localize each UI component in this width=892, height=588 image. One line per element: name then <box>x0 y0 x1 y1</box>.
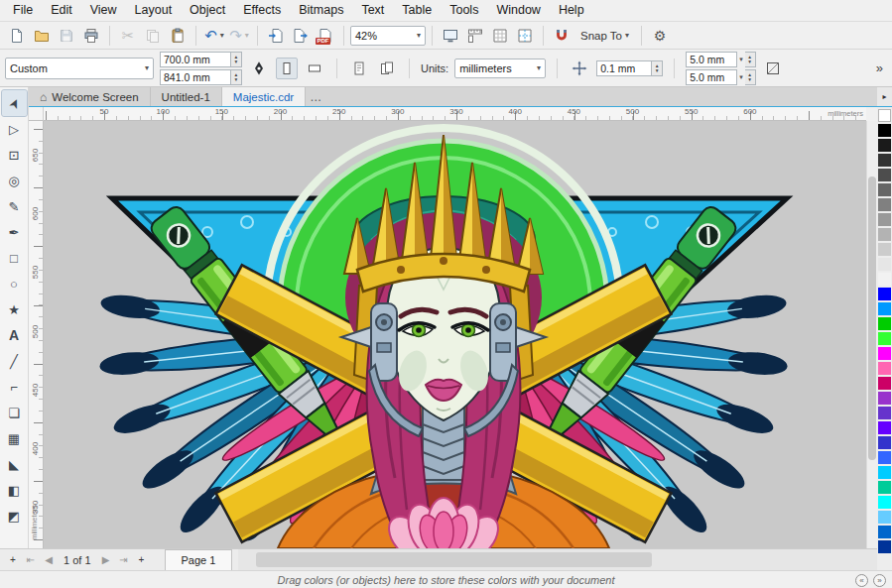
nudge-field[interactable]: 0.1 mm <box>596 60 652 76</box>
ellipse-tool[interactable]: ○ <box>2 271 27 296</box>
color-swatch[interactable] <box>878 407 891 419</box>
color-swatch[interactable] <box>878 421 891 434</box>
menu-bitmaps[interactable]: Bitmaps <box>290 0 352 21</box>
copy-button[interactable] <box>141 24 165 48</box>
color-swatch[interactable] <box>878 302 891 315</box>
page-tab[interactable]: Page 1 <box>165 549 233 570</box>
duplicate-x-spinner[interactable]: ▴▾ <box>745 52 756 67</box>
shape-tool[interactable]: ▷ <box>2 116 27 142</box>
paste-button[interactable] <box>166 24 190 48</box>
menu-file[interactable]: File <box>4 0 42 21</box>
color-swatch[interactable] <box>878 481 891 494</box>
open-button[interactable] <box>30 24 54 48</box>
color-swatch[interactable] <box>878 511 891 524</box>
zoom-level-select[interactable]: 42%▾ <box>350 26 426 46</box>
menu-window[interactable]: Window <box>487 0 549 21</box>
color-swatch[interactable] <box>878 392 891 405</box>
page-preset-select[interactable]: Custom▾ <box>5 58 154 79</box>
horizontal-scrollbar-thumb[interactable] <box>256 552 652 567</box>
pick-tool[interactable]: ➤ <box>2 90 27 116</box>
menu-object[interactable]: Object <box>181 0 234 21</box>
show-guidelines-button[interactable] <box>513 24 537 48</box>
portrait-button[interactable] <box>276 58 298 79</box>
color-swatch[interactable] <box>878 139 891 152</box>
color-swatch[interactable] <box>878 183 891 196</box>
transparency-tool[interactable]: ▦ <box>2 425 27 451</box>
duplicate-y-spinner[interactable]: ▴▾ <box>745 69 756 85</box>
color-swatch[interactable] <box>878 436 891 449</box>
nudge-spinner[interactable]: ▴▾ <box>652 60 663 76</box>
first-page-button[interactable]: ⇤ <box>22 551 40 569</box>
color-swatch[interactable] <box>878 273 891 286</box>
artwork[interactable] <box>44 121 866 548</box>
interactive-fill-tool[interactable]: ◧ <box>2 477 27 503</box>
treat-as-filled-button[interactable] <box>762 58 784 79</box>
color-swatch[interactable] <box>878 540 891 553</box>
color-swatch[interactable] <box>878 109 891 122</box>
tab-overflow-button[interactable]: … <box>306 87 325 106</box>
color-swatch[interactable] <box>878 317 891 330</box>
full-screen-preview-button[interactable] <box>439 24 462 48</box>
last-page-button[interactable]: ⇥ <box>115 551 133 569</box>
options-button[interactable]: ⚙ <box>648 24 672 48</box>
text-tool[interactable]: A <box>2 322 27 348</box>
show-grid-button[interactable] <box>488 24 512 48</box>
publish-pdf-button[interactable]: PDF <box>314 24 337 48</box>
units-select[interactable]: millimeters▾ <box>454 59 546 78</box>
export-button[interactable] <box>289 24 313 48</box>
color-swatch[interactable] <box>878 228 891 241</box>
color-swatch[interactable] <box>878 288 891 300</box>
menu-tools[interactable]: Tools <box>441 0 487 21</box>
page-height-field[interactable]: 841.0 mm <box>160 69 231 85</box>
color-swatch[interactable] <box>878 466 891 479</box>
menu-layout[interactable]: Layout <box>126 0 182 21</box>
menu-table[interactable]: Table <box>393 0 441 21</box>
page-height-spinner[interactable]: ▴▾ <box>231 69 242 85</box>
add-page-after-button[interactable]: + <box>133 551 151 569</box>
color-swatch[interactable] <box>878 213 891 226</box>
current-page-button[interactable] <box>348 58 370 79</box>
tab-untitled-1[interactable]: Untitled-1 <box>151 87 222 106</box>
color-swatch[interactable] <box>878 362 891 375</box>
color-swatch[interactable] <box>878 198 891 211</box>
property-bar-overflow-button[interactable]: » <box>876 60 887 75</box>
color-swatch[interactable] <box>878 496 891 509</box>
vertical-scrollbar-thumb[interactable] <box>868 176 876 460</box>
artistic-media-tool[interactable]: ✒ <box>2 219 27 245</box>
add-page-button[interactable]: + <box>4 551 22 569</box>
print-button[interactable] <box>79 24 103 48</box>
color-swatch[interactable] <box>878 526 891 538</box>
import-button[interactable] <box>264 24 288 48</box>
polygon-tool[interactable]: ★ <box>2 296 27 322</box>
new-document-button[interactable] <box>5 24 29 48</box>
color-swatch[interactable] <box>878 377 891 390</box>
all-pages-button[interactable] <box>376 58 398 79</box>
next-page-button[interactable]: ▶ <box>97 551 115 569</box>
palette-scroll-right-icon[interactable]: » <box>873 574 886 587</box>
color-swatch[interactable] <box>878 169 891 181</box>
smart-fill-tool[interactable]: ◩ <box>2 503 27 529</box>
menu-edit[interactable]: Edit <box>42 0 81 21</box>
undo-button[interactable]: ↶▾ <box>202 24 226 48</box>
horizontal-scrollbar[interactable] <box>238 549 877 570</box>
menu-view[interactable]: View <box>81 0 126 21</box>
horizontal-ruler[interactable]: millimeters50100150200250300350400450500… <box>44 107 866 121</box>
chevron-down-icon[interactable]: ▾ <box>739 56 743 62</box>
freehand-tool[interactable]: ✎ <box>2 193 27 219</box>
crop-tool[interactable]: ⊡ <box>2 142 27 168</box>
nib-indicator-button[interactable] <box>248 58 270 79</box>
color-swatch[interactable] <box>878 332 891 345</box>
previous-page-button[interactable]: ◀ <box>40 551 58 569</box>
cut-button[interactable]: ✂ <box>116 24 140 48</box>
snap-to-dropdown[interactable]: Snap To▾ <box>574 24 635 48</box>
landscape-button[interactable] <box>304 58 325 79</box>
vertical-ruler[interactable]: millimeters650600550500450400350 <box>29 121 44 548</box>
drop-shadow-tool[interactable]: ❏ <box>2 400 27 425</box>
color-swatch[interactable] <box>878 154 891 167</box>
color-swatch[interactable] <box>878 124 891 137</box>
connector-tool[interactable]: ⌐ <box>2 374 27 400</box>
zoom-tool[interactable]: ◎ <box>2 168 27 193</box>
save-button[interactable] <box>55 24 78 48</box>
rectangle-tool[interactable]: □ <box>2 245 27 271</box>
color-swatch[interactable] <box>878 243 891 256</box>
